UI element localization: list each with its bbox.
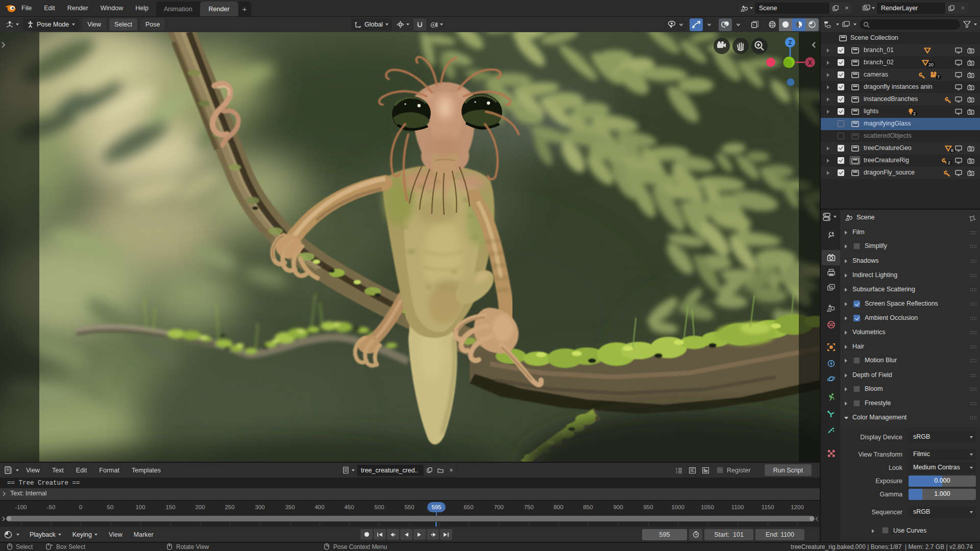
svg-text:Z: Z <box>788 39 792 46</box>
svg-text:2: 2 <box>676 470 677 473</box>
svg-text:X: X <box>808 59 812 66</box>
